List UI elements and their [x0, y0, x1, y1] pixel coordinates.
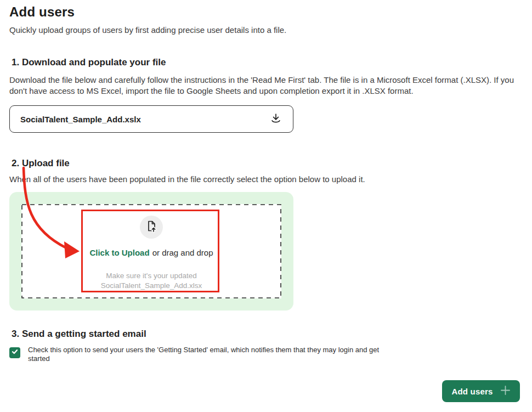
getting-started-email-label: Check this option to send your users the…: [28, 346, 394, 363]
sample-file-download-box[interactable]: SocialTalent_Sample_Add.xslx: [9, 105, 293, 133]
getting-started-email-option: Check this option to send your users the…: [9, 346, 394, 363]
upload-content: Click to Upload or drag and drop Make su…: [21, 204, 281, 291]
file-dropzone[interactable]: Click to Upload or drag and drop Make su…: [21, 204, 281, 298]
upload-hint-line2: SocialTalent_Sample_Add.xlsx: [101, 281, 202, 291]
step2-description: When all of the users have been populate…: [9, 174, 523, 185]
plus-icon: [500, 385, 511, 397]
file-upload-icon: [144, 219, 159, 235]
upload-icon-circle: [140, 216, 163, 239]
add-users-button[interactable]: Add users: [442, 380, 520, 402]
step1-description: Download the file below and carefully fo…: [9, 75, 523, 97]
upload-hint: Make sure it's your updated SocialTalent…: [101, 271, 202, 291]
page-subtitle: Quickly upload groups of users by first …: [9, 25, 286, 35]
add-users-button-label: Add users: [451, 387, 493, 396]
step1-heading: 1. Download and populate your file: [12, 57, 166, 68]
add-users-page: Add users Quickly upload groups of users…: [0, 0, 532, 412]
download-icon: [270, 112, 282, 126]
page-title: Add users: [9, 4, 75, 20]
checkmark-icon: [11, 348, 19, 358]
sample-file-name: SocialTalent_Sample_Add.xslx: [20, 115, 141, 124]
step3-heading: 3. Send a getting started email: [12, 329, 146, 340]
drag-drop-text: or drag and drop: [152, 248, 213, 257]
upload-panel: Click to Upload or drag and drop Make su…: [9, 192, 293, 311]
step2-heading: 2. Upload file: [12, 158, 70, 169]
download-button[interactable]: [270, 112, 282, 126]
upload-hint-line1: Make sure it's your updated: [101, 271, 202, 281]
click-to-upload-link[interactable]: Click to Upload: [89, 248, 149, 257]
getting-started-email-checkbox[interactable]: [9, 347, 20, 358]
